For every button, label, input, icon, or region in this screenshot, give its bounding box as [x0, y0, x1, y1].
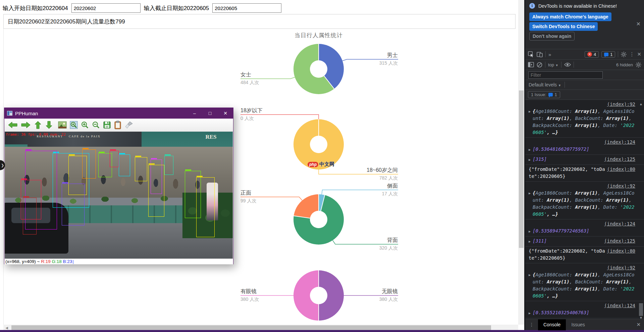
devtools-panel: i DevTools is now available in Chinese! … — [524, 0, 644, 330]
console-settings-gear-icon[interactable] — [636, 62, 641, 68]
switch-chinese-button[interactable]: Switch DevTools to Chinese — [529, 22, 598, 31]
start-date-label: 输入开始日期如20220604 — [3, 4, 68, 12]
php-cn-watermark: php 中文网 — [308, 161, 334, 168]
php-logo: php — [308, 162, 318, 167]
clipboard-icon[interactable] — [114, 121, 121, 129]
glasses-donut-chart[interactable] — [293, 270, 344, 321]
pie-value-orientation: 99 人次 — [240, 198, 256, 204]
console-sidebar-icon[interactable] — [528, 62, 534, 67]
expand-arrow-icon[interactable]: ▶ — [529, 271, 531, 300]
expand-arrow-icon[interactable]: ▶ — [529, 158, 531, 161]
settings-gear-icon[interactable] — [621, 52, 627, 57]
pie-value-age: 782 人次 — [379, 175, 398, 181]
clear-console-icon[interactable] — [537, 62, 542, 68]
end-date-label: 输入截止日期如20220605 — [144, 4, 209, 12]
orientation-donut-chart[interactable] — [293, 194, 344, 245]
close-button[interactable]: ✕ — [218, 108, 233, 119]
issues-chip[interactable]: 1 Issue: 1 — [528, 91, 560, 98]
match-language-button[interactable]: Always match Chrome's language — [529, 12, 611, 21]
console-scroll-up-icon[interactable]: ▲ — [639, 102, 643, 106]
start-date-input[interactable] — [71, 3, 141, 13]
source-link[interactable]: (index):80 — [607, 166, 635, 173]
detection-box — [82, 149, 96, 179]
infobar-close-icon[interactable]: ✕ — [636, 21, 641, 27]
tab-console[interactable]: Console — [538, 319, 566, 330]
expand-arrow-icon[interactable]: ▶ — [529, 108, 531, 136]
source-link[interactable]: (index):124 — [604, 139, 635, 145]
expand-arrow-icon[interactable]: ▶ — [529, 229, 531, 233]
end-date-input[interactable] — [212, 3, 281, 13]
drawer-close-icon[interactable]: ✕ — [636, 322, 641, 328]
vertical-scrollbar[interactable] — [518, 0, 524, 325]
chevron-down-icon: ▼ — [555, 64, 558, 67]
console-entry: (index):92▶{Age1860Count: Array(1), AgeL… — [525, 263, 644, 301]
hidden-messages-count[interactable]: 6 hidden — [616, 62, 633, 67]
pphuman-window: PPHuman – □ ✕ H RESTAURANT CAFE de la PA… — [4, 108, 233, 264]
tab-issues[interactable]: Issues — [566, 319, 590, 330]
brush-icon[interactable] — [124, 121, 133, 129]
pixel-coords-text: (x=968, y=409) ~ — [5, 259, 41, 264]
expand-arrow-icon[interactable]: ▶ — [529, 190, 531, 218]
devtools-close-icon[interactable]: ✕ — [637, 51, 641, 57]
vertical-scrollbar-thumb[interactable] — [519, 90, 524, 248]
log-levels-dropdown[interactable]: Default levels ▼ — [529, 82, 561, 87]
toolbar-divider — [545, 62, 545, 68]
horizontal-scrollbar-thumb[interactable] — [11, 325, 491, 330]
save-icon[interactable]: H — [103, 121, 111, 129]
console-entry: (index):80{"fromDate":20220602, "toDate"… — [525, 165, 644, 182]
dont-show-again-button[interactable]: Don't show again — [529, 32, 575, 41]
more-tabs-icon[interactable]: » — [548, 52, 551, 57]
up-arrow-icon[interactable] — [34, 121, 42, 129]
device-toolbar-icon[interactable] — [537, 51, 543, 57]
infobar-message: DevTools is now available in Chinese! — [538, 3, 617, 9]
console-entry: (index):125▶[311] — [525, 237, 644, 247]
error-count-badge[interactable]: ✕ 4 — [585, 51, 599, 58]
chart-title: 当日行人属性统计 — [252, 31, 386, 39]
expand-arrow-icon[interactable]: ▶ — [529, 311, 531, 315]
gender-donut-chart[interactable] — [293, 44, 344, 94]
source-link[interactable]: (index):92 — [607, 183, 635, 189]
filter-row — [525, 70, 644, 80]
toolbar-divider — [565, 82, 565, 88]
pphuman-titlebar[interactable]: PPHuman – □ ✕ — [4, 108, 233, 119]
console-entry: (index):124▶[0.5358947797246563] — [525, 219, 644, 237]
frame-counter-text: frame: 36 fps: 0.00 num: 22 — [6, 132, 66, 137]
text-caret: | — [72, 259, 74, 264]
pie-value-orientation: 17 人次 — [382, 191, 398, 197]
detection-box — [135, 157, 147, 181]
console-filter-input[interactable] — [528, 71, 603, 79]
scroll-left-arrow-icon[interactable]: ◀ — [3, 326, 10, 330]
minimize-button[interactable]: – — [187, 108, 202, 119]
source-link[interactable]: (index):125 — [604, 156, 635, 163]
back-arrow-icon[interactable] — [8, 121, 18, 129]
info-icon: i — [529, 3, 535, 9]
source-link[interactable]: (index):92 — [607, 102, 635, 107]
source-link[interactable]: (index):124 — [604, 221, 635, 226]
console-entry: (index):125▶[315] — [525, 155, 644, 165]
toolbar-divider — [545, 51, 546, 57]
source-link[interactable]: (index):124 — [604, 303, 635, 308]
source-link[interactable]: (index):125 — [604, 238, 635, 245]
down-arrow-icon[interactable] — [45, 121, 53, 129]
message-count-badge[interactable]: 1 — [601, 51, 615, 58]
console-log-area: (index):92▶{Age1860Count: Array(1), AgeL… — [525, 100, 644, 319]
console-scrollbar-thumb[interactable] — [639, 303, 643, 316]
expand-arrow-icon[interactable]: ▶ — [529, 148, 531, 151]
kebab-menu-icon[interactable]: ⋮ — [629, 51, 634, 57]
source-link[interactable]: (index):80 — [607, 248, 635, 255]
expand-arrow-icon[interactable]: ▶ — [529, 240, 531, 243]
source-link[interactable]: (index):92 — [607, 265, 635, 270]
image-view-icon[interactable] — [58, 121, 67, 129]
drawer-kebab-icon[interactable]: ⋮ — [525, 322, 538, 327]
zoom-in-icon[interactable] — [81, 121, 89, 129]
inspect-element-icon[interactable] — [528, 51, 534, 57]
zoom-out-icon[interactable] — [92, 121, 100, 129]
maximize-button[interactable]: □ — [202, 108, 218, 119]
live-expression-eye-icon[interactable] — [564, 62, 571, 67]
toolbar-divider — [574, 62, 574, 68]
context-selector[interactable]: top ▼ — [548, 62, 558, 67]
devtools-infobar: i DevTools is now available in Chinese! … — [525, 0, 644, 49]
zoom-fit-icon[interactable] — [70, 121, 78, 129]
pie-value-glasses: 380 人次 — [379, 296, 398, 303]
forward-arrow-icon[interactable] — [21, 121, 31, 129]
